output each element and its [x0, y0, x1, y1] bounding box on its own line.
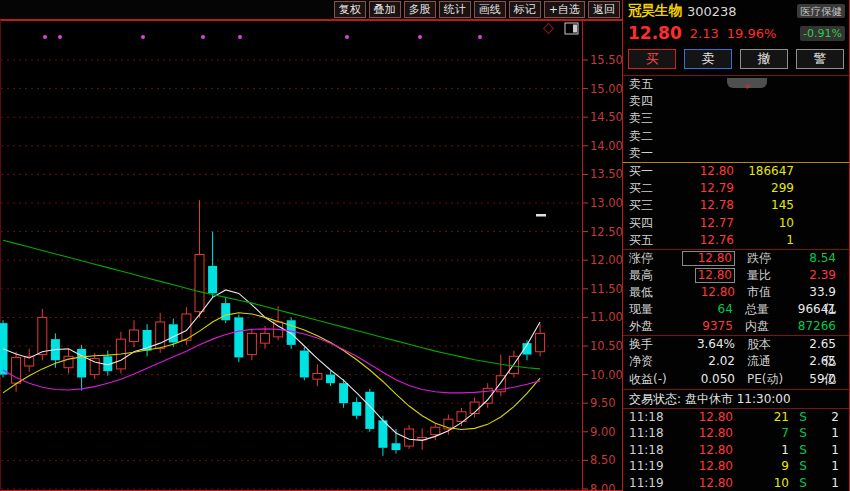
sell-row[interactable]: 卖三 — [623, 110, 849, 127]
tx-volume: 21 — [733, 409, 789, 426]
toolbar-button-biaoji[interactable]: 标记 — [509, 1, 541, 18]
sector-change: -0.91% — [800, 26, 845, 41]
sell-button[interactable]: 卖 — [684, 49, 732, 69]
sell-row[interactable]: 卖四 — [623, 93, 849, 110]
buy-row[interactable]: 买五12.761 — [623, 232, 849, 249]
stock-header: 冠昊生物 300238 医疗保健 — [623, 0, 849, 20]
tx-time: 11:18 — [629, 409, 671, 426]
sell-level-label: 卖二 — [629, 128, 671, 145]
stat-value: 96641 — [798, 301, 849, 318]
y-axis-label: 10.50 — [590, 339, 622, 353]
stats-row: 最低12.80市值33.9亿 — [623, 284, 849, 301]
stat-value: 0.050 — [673, 371, 735, 389]
stat-label: 量比 — [735, 267, 801, 284]
tx-side: S — [789, 475, 817, 491]
toolbar-button-zixuan[interactable]: +自选 — [544, 1, 585, 18]
toolbar-button-diejia[interactable]: 叠加 — [369, 1, 401, 18]
stat-label: 股本 — [735, 336, 801, 354]
tx-time: 11:18 — [629, 442, 671, 459]
status-value: 盘中休市 11:30:00 — [685, 392, 791, 406]
tx-price: 12.80 — [671, 442, 733, 459]
buy-level-label: 买五 — [629, 232, 671, 249]
buy-row[interactable]: 买二12.79299 — [623, 180, 849, 197]
stat-value: 12.80 — [673, 267, 735, 284]
buy-volume: 186647 — [734, 163, 794, 180]
stat-value: 9375 — [672, 318, 733, 335]
buy-volume: 145 — [734, 197, 794, 214]
status-label: 交易状态: — [629, 392, 681, 406]
stat-value: 12.80 — [673, 284, 735, 301]
stat-label: 净资 — [629, 353, 673, 371]
y-axis-label: 10.00 — [590, 368, 622, 382]
sell-row[interactable]: 卖一 — [623, 145, 849, 162]
toolbar-button-huaxian[interactable]: 画线 — [474, 1, 506, 18]
tx-count: 1 — [817, 475, 849, 491]
sell-level-label: 卖四 — [629, 93, 671, 110]
chevron-double-down-icon: » — [743, 83, 752, 87]
tx-price: 12.80 — [671, 458, 733, 475]
stat-label: 跌停 — [735, 250, 801, 267]
sector-tag[interactable]: 医疗保健 — [797, 4, 845, 18]
y-axis-label: 12.00 — [590, 253, 622, 267]
buy-button[interactable]: 买 — [628, 49, 676, 69]
stat-value: 33.9亿 — [801, 284, 849, 301]
tx-price: 12.80 — [671, 409, 733, 426]
price-change-percent: 19.96% — [727, 26, 777, 41]
stat-label: 最高 — [629, 267, 673, 284]
chart-toolbar: 复权 叠加 多股 统计 画线 标记 +自选 返回 — [0, 0, 622, 20]
toolbar-button-fuquan[interactable]: 复权 — [334, 1, 366, 18]
trading-status: 交易状态: 盘中休市 11:30:00 — [623, 390, 849, 408]
sell-price — [671, 145, 734, 162]
transaction-row: 11:1912.8010S1 — [623, 475, 849, 491]
alert-button[interactable]: 警 — [796, 49, 844, 69]
transaction-row: 11:1812.807S1 — [623, 425, 849, 442]
price-change: 2.13 — [690, 26, 719, 41]
toolbar-button-dugu[interactable]: 多股 — [404, 1, 436, 18]
tx-count: 1 — [817, 458, 849, 475]
cancel-order-button[interactable]: 撤 — [740, 49, 788, 69]
stats-block-1: 涨停12.80跌停8.54 最高12.80量比2.39 最低12.80市值33.… — [623, 250, 849, 335]
tx-volume: 7 — [733, 425, 789, 442]
buy-price: 12.78 — [671, 197, 734, 214]
tx-volume: 1 — [733, 442, 789, 459]
transaction-list[interactable]: 11:1812.8021S2 11:1812.807S1 11:1812.801… — [623, 409, 849, 491]
stock-name: 冠昊生物 — [628, 2, 682, 20]
tx-time: 11:19 — [629, 475, 671, 491]
stat-value: 2.39 — [801, 267, 849, 284]
limit-up-value: 12.80 — [682, 251, 735, 266]
sell-level-label: 卖三 — [629, 110, 671, 127]
candlestick-chart[interactable]: 15.5015.0014.5014.0013.5013.0012.5012.00… — [0, 20, 622, 491]
tx-volume: 9 — [733, 458, 789, 475]
tx-price: 12.80 — [671, 475, 733, 491]
y-axis-label: 13.00 — [590, 196, 622, 210]
sell-queue: 卖五 卖四 卖三 卖二 卖一 — [623, 76, 849, 162]
buy-volume: 1 — [734, 232, 794, 249]
sell-level-label: 卖五 — [629, 76, 671, 93]
high-value: 12.80 — [695, 268, 735, 283]
buy-row[interactable]: 买三12.78145 — [623, 197, 849, 214]
stat-label: 市值 — [735, 284, 801, 301]
buy-level-label: 买一 — [629, 163, 671, 180]
stat-value: 87266 — [798, 318, 849, 335]
y-axis-label: 14.00 — [590, 139, 622, 153]
tx-side: S — [789, 409, 817, 426]
buy-row[interactable]: 买一12.80186647 — [623, 163, 849, 180]
sell-volume — [734, 128, 794, 145]
toolbar-button-tongji[interactable]: 统计 — [439, 1, 471, 18]
stats-row: 涨停12.80跌停8.54 — [623, 250, 849, 267]
sell-row[interactable]: 卖二 — [623, 128, 849, 145]
stat-label: 外盘 — [629, 318, 672, 335]
buy-row[interactable]: 买四12.7710 — [623, 215, 849, 232]
tx-time: 11:18 — [629, 425, 671, 442]
stats-row: 收益(-)0.050PE(动)59.0 — [623, 371, 849, 389]
collapse-queue-tab[interactable]: » — [727, 78, 767, 88]
toolbar-button-fanhui[interactable]: 返回 — [588, 1, 620, 18]
stock-trading-app: 复权 叠加 多股 统计 画线 标记 +自选 返回 15.5015.0014.50… — [0, 0, 850, 491]
sell-price — [671, 93, 734, 110]
stat-value: 3.64% — [673, 336, 735, 354]
buy-price: 12.76 — [671, 232, 734, 249]
transaction-row: 11:1812.801S1 — [623, 442, 849, 459]
diamond-marker-icon — [544, 24, 554, 34]
price-row: 12.80 2.13 19.96% -0.91% — [623, 20, 849, 44]
sell-level-label: 卖一 — [629, 145, 671, 162]
